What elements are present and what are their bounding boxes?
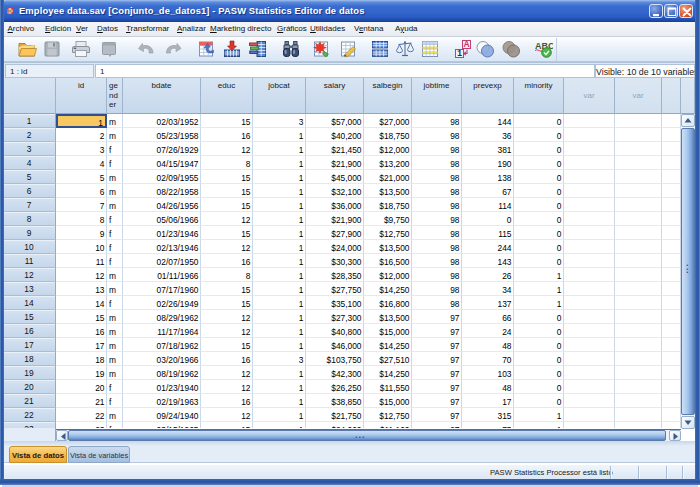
svg-text:1: 1 <box>457 48 462 58</box>
svg-text:A: A <box>463 39 469 49</box>
